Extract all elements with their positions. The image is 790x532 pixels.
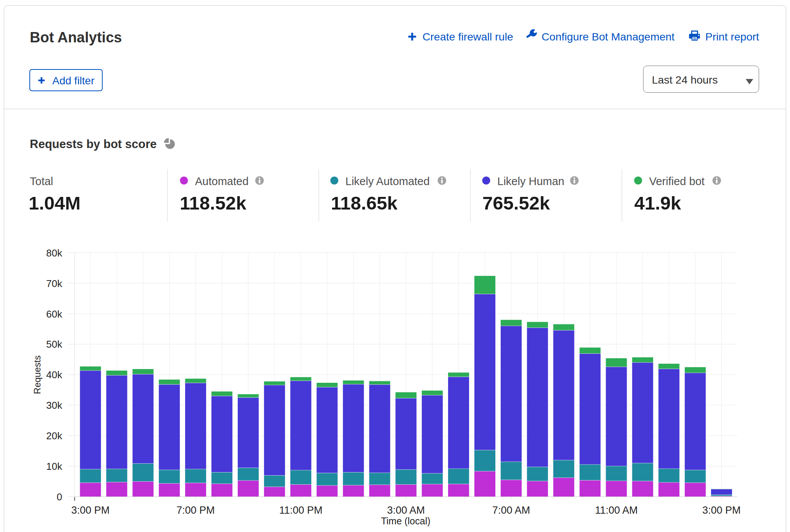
svg-text:80k: 80k [46,247,63,259]
svg-text:40k: 40k [46,369,63,380]
svg-text:3:00 PM: 3:00 PM [71,505,110,516]
svg-text:50k: 50k [46,339,63,350]
svg-text:0: 0 [57,491,62,503]
svg-text:11:00 AM: 11:00 AM [595,505,638,516]
svg-text:Time (local): Time (local) [381,516,430,526]
svg-text:3:00 PM: 3:00 PM [702,505,741,516]
svg-text:7:00 PM: 7:00 PM [176,505,215,516]
svg-text:30k: 30k [46,400,63,411]
svg-text:20k: 20k [46,430,63,442]
svg-text:7:00 AM: 7:00 AM [492,505,530,516]
svg-text:70k: 70k [46,278,63,289]
svg-text:11:00 PM: 11:00 PM [279,505,322,516]
svg-text:10k: 10k [46,461,63,472]
svg-text:60k: 60k [46,308,63,320]
svg-text:Requests: Requests [32,355,42,394]
svg-text:3:00 AM: 3:00 AM [387,505,425,516]
